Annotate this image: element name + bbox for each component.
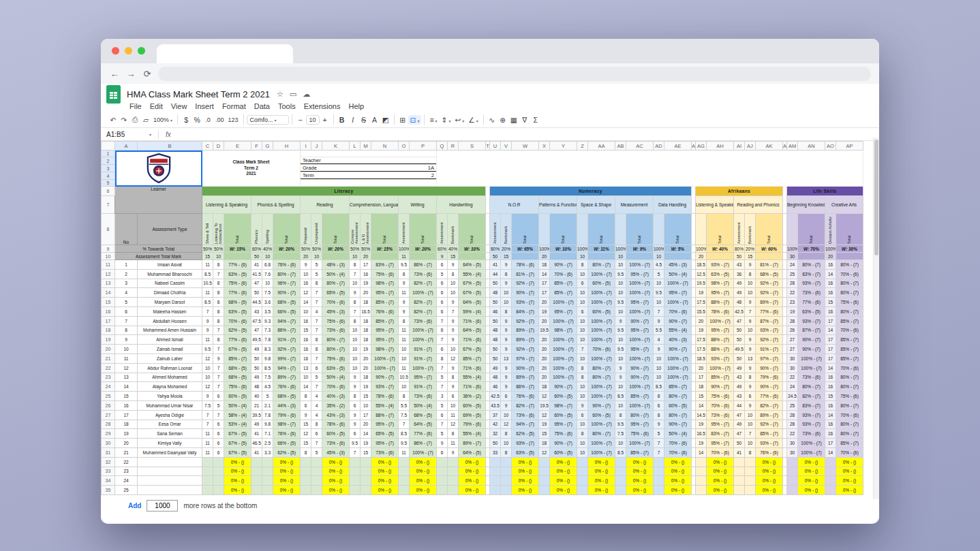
score-cell[interactable]: 100% - (7) [588,298,615,307]
score-cell[interactable]: 10 [745,410,756,420]
score-cell[interactable]: 42.5 [490,392,501,401]
score-cell[interactable]: 9 [654,316,664,326]
score-cell[interactable]: 64% - (5) [459,260,486,270]
score-cell[interactable]: 30 [787,353,798,363]
score-cell[interactable] [501,486,512,495]
score-cell[interactable]: 25 [787,400,798,410]
score-cell[interactable] [501,467,512,476]
score-cell[interactable]: 8 [213,260,224,270]
score-cell[interactable]: 0% - () [322,467,350,476]
score-cell[interactable]: 9 [501,326,512,335]
score-cell[interactable]: 6 [437,298,448,307]
score-cell[interactable]: 10 [399,382,410,392]
score-cell[interactable]: 9.8 [262,420,273,429]
score-cell[interactable]: 70% - (6) [836,410,863,420]
score-cell[interactable]: 9 [213,353,224,363]
score-cell[interactable]: 14 [301,298,311,307]
score-cell[interactable]: 70% - (6) [707,447,734,457]
score-cell[interactable]: 6 [745,392,756,401]
score-cell[interactable]: 4 [311,410,322,420]
score-cell[interactable]: 95% - (7) [626,326,654,335]
score-cell[interactable]: 24 [787,382,798,392]
score-cell[interactable]: 20 [539,335,550,345]
score-cell[interactable]: 47 [251,279,262,288]
score-cell[interactable]: 6 [437,288,448,298]
score-cell[interactable]: 5.5 [654,326,664,335]
score-cell[interactable]: 75% - (6) [322,316,350,326]
learner-name[interactable]: Sana Seman [138,429,202,439]
row-header[interactable]: 8 [102,214,115,245]
row-header[interactable]: 25 [102,392,115,401]
score-cell[interactable]: 100% - (7) [410,447,437,457]
score-cell[interactable]: 77% - (6) [410,429,437,439]
score-cell[interactable]: 21 [251,400,262,410]
score-cell[interactable]: 0% - () [371,457,399,467]
score-cell[interactable]: 16 [825,420,836,429]
score-cell[interactable]: 76% - (6) [756,447,783,457]
score-cell[interactable]: 67% - (5) [224,439,251,448]
score-cell[interactable]: 7 [350,269,361,279]
score-cell[interactable]: 90% - (7) [664,316,692,326]
row-header[interactable]: 27 [102,410,115,420]
score-cell[interactable]: 46 [490,382,501,392]
doc-title[interactable]: HMA Class Mark Sheet Term 2 2021 [127,89,270,99]
score-cell[interactable]: 8 [437,353,448,363]
score-cell[interactable] [202,476,213,486]
score-cell[interactable] [825,467,836,476]
score-cell[interactable]: 7 [213,382,224,392]
score-cell[interactable]: 80% - (7) [322,335,350,345]
score-cell[interactable]: 60% - (5) [588,306,615,316]
column-header[interactable]: N [371,142,399,151]
score-cell[interactable]: 100% - (7) [371,353,399,363]
score-cell[interactable]: 100% - (7) [410,288,437,298]
score-cell[interactable]: 8.5 [654,382,664,392]
score-cell[interactable]: 80% - (7) [322,345,350,354]
score-cell[interactable]: 100% - (7) [588,335,615,345]
score-cell[interactable]: 73% - (6) [798,429,825,439]
menu-data[interactable]: Data [250,102,274,110]
score-cell[interactable]: 75% - (6) [550,429,577,439]
score-cell[interactable]: 0% - () [836,486,863,495]
learner-no[interactable]: 7 [115,316,138,326]
score-cell[interactable]: 80% - (7) [664,410,692,420]
column-header[interactable]: B [138,142,202,151]
menu-extensions[interactable]: Extensions [300,102,345,110]
score-cell[interactable]: 8 [577,260,588,270]
score-cell[interactable]: 10 [577,447,588,457]
row-header[interactable]: 26 [102,400,115,410]
score-cell[interactable]: 14 [825,326,836,335]
score-cell[interactable]: 18 [361,373,371,382]
score-cell[interactable]: 100% - (7) [626,335,654,345]
score-cell[interactable]: 46.5 [251,439,262,448]
score-cell[interactable]: 85% - (7) [836,439,863,448]
score-cell[interactable]: 70% - (6) [836,447,863,457]
score-cell[interactable]: 7.5 [262,373,273,382]
score-cell[interactable]: 85% - (7) [836,353,863,363]
score-cell[interactable]: 6 [448,392,459,401]
learner-name[interactable]: Zainab Ismail [138,345,202,354]
score-cell[interactable]: 10 [577,326,588,335]
score-cell[interactable]: 63% - (5) [224,269,251,279]
score-cell[interactable]: 8 [745,373,756,382]
score-cell[interactable]: 9 [615,373,626,382]
score-cell[interactable]: 7 [654,306,664,316]
score-cell[interactable]: 76% - (6) [273,429,301,439]
score-cell[interactable]: 8 [301,392,311,401]
row-header[interactable]: 7 [102,196,115,214]
score-cell[interactable]: 98% - (7) [550,326,577,335]
score-cell[interactable]: 14 [825,447,836,457]
score-cell[interactable]: 7 [745,429,756,439]
score-cell[interactable]: 100% - (7) [626,279,654,288]
score-cell[interactable]: 82% - (7) [512,400,539,410]
score-cell[interactable] [490,457,501,467]
score-cell[interactable]: 100% - (7) [798,447,825,457]
score-cell[interactable]: 79% - (6) [459,420,486,429]
score-cell[interactable]: 9.5 [399,439,410,448]
score-cell[interactable] [311,457,322,467]
score-cell[interactable]: 8 [501,269,512,279]
score-cell[interactable]: 50% - (4) [224,400,251,410]
column-header[interactable]: A [115,142,138,151]
score-cell[interactable]: 50 [490,279,501,288]
score-cell[interactable]: 100% - (7) [588,316,615,326]
score-cell[interactable]: 20 [361,288,371,298]
